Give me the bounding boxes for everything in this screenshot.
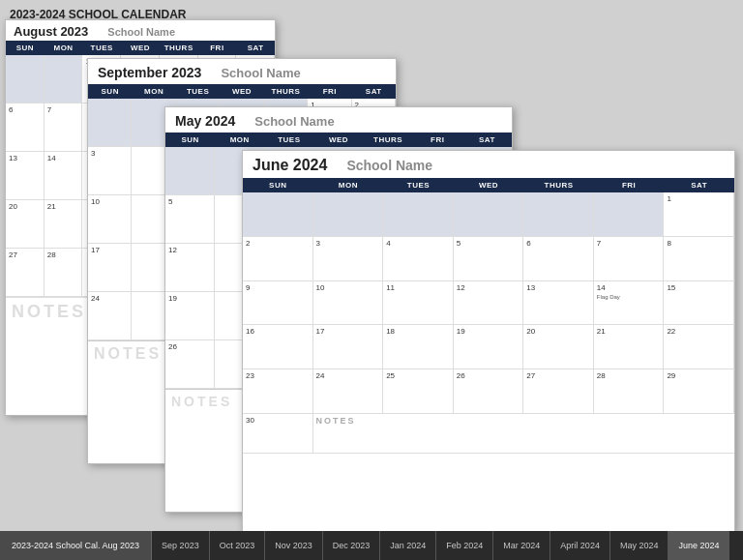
table-row: 21 — [594, 325, 665, 369]
table-row: 27 — [523, 369, 594, 414]
table-row: 20 — [523, 325, 594, 369]
table-row: 10 — [313, 281, 384, 326]
table-row — [594, 192, 665, 237]
table-row: 4 — [383, 237, 454, 281]
sep-header-sun: SUN — [88, 84, 132, 99]
table-row: 9 — [243, 281, 313, 326]
tab-feb-2024[interactable]: Feb 2024 — [436, 531, 493, 560]
sep-notes-big: NOTES — [94, 345, 162, 362]
table-row: 18 — [383, 325, 454, 369]
jun-notes-label: NOTES — [316, 416, 356, 426]
jun-day-headers: SUN MON TUES WED THURS FRI SAT — [243, 178, 734, 192]
table-row: 13 — [523, 281, 594, 326]
table-row: 20 — [6, 200, 45, 249]
table-row: 14Flag Day — [594, 281, 665, 326]
sep-header-wed: WED — [220, 84, 263, 99]
table-row — [88, 99, 132, 147]
table-row: 27 — [6, 249, 45, 297]
sep-header-tue: TUES — [176, 84, 220, 99]
tab-may-2024[interactable]: May 2024 — [610, 531, 669, 560]
tab-apr-2024[interactable]: April 2024 — [550, 531, 610, 560]
table-row: 24 — [88, 292, 132, 340]
table-row: 7 — [594, 237, 665, 281]
table-row: 13 — [6, 152, 45, 200]
may-title: May 2024 — [175, 113, 235, 129]
table-row — [45, 55, 83, 103]
table-row — [523, 192, 594, 237]
aug-header-thu: THURS — [160, 41, 198, 55]
flag-day-event: Flag Day — [597, 294, 620, 300]
table-row: 10 — [88, 195, 132, 244]
page-title: 2023-2024 SCHOOL CALENDAR — [10, 8, 187, 21]
tab-sep-2023[interactable]: Sep 2023 — [152, 531, 210, 560]
sep-title: September 2023 — [98, 65, 201, 80]
table-row: 14 — [45, 152, 83, 200]
table-row: 7 — [45, 103, 83, 152]
table-row: 19 — [454, 325, 524, 369]
table-row — [243, 192, 313, 237]
aug-header-tue: TUES — [82, 41, 121, 55]
table-row: 3 — [88, 147, 132, 195]
aug-header-sun: SUN — [6, 41, 45, 55]
table-row: 15 — [664, 281, 734, 326]
table-row — [383, 192, 454, 237]
table-row: 29 — [664, 369, 734, 414]
aug-notes-big: NOTES — [12, 302, 86, 321]
jun-school-name: School Name — [346, 158, 432, 173]
table-row — [165, 147, 215, 195]
table-row: 24 — [313, 369, 384, 414]
table-row: 25 — [383, 369, 454, 414]
table-row: 1 — [664, 192, 734, 237]
table-row: 21 — [45, 200, 83, 249]
sep-header-sat: SAT — [352, 84, 396, 99]
aug-day-headers: SUN MON TUES WED THURS FRI SAT — [6, 41, 275, 55]
table-row: 28 — [45, 249, 83, 297]
table-row — [313, 192, 384, 237]
jun-notes-cell: NOTES — [313, 414, 734, 454]
table-row — [6, 55, 45, 103]
aug-school-name: School Name — [107, 26, 175, 38]
table-row: 11 — [383, 281, 454, 326]
table-row: 16 — [243, 325, 313, 369]
table-row: 5 — [165, 195, 215, 244]
table-row: 17 — [313, 325, 384, 369]
aug-title: August 2023 — [14, 24, 88, 39]
sep-header-mon: MON — [132, 84, 175, 99]
tab-dec-2023[interactable]: Dec 2023 — [323, 531, 381, 560]
table-row: 26 — [454, 369, 524, 414]
jun-title: June 2024 — [253, 157, 327, 174]
table-row: 22 — [664, 325, 734, 369]
tab-nov-2023[interactable]: Nov 2023 — [265, 531, 323, 560]
table-row: 2 — [243, 237, 313, 281]
tab-bar: 2023-2024 School Cal. Aug 2023 Sep 2023 … — [0, 531, 743, 560]
table-row: 3 — [313, 237, 384, 281]
table-row: 23 — [243, 369, 313, 414]
tab-mar-2024[interactable]: Mar 2024 — [493, 531, 550, 560]
aug-header-sat: SAT — [236, 41, 275, 55]
may-school-name: School Name — [254, 114, 334, 129]
table-row: 6 — [6, 103, 45, 152]
aug-header-mon: MON — [45, 41, 83, 55]
sep-header-thu: THURS — [264, 84, 308, 99]
table-row: 12 — [165, 244, 215, 292]
may-notes-big: NOTES — [171, 394, 232, 409]
sep-day-headers: SUN MON TUES WED THURS FRI SAT — [88, 84, 396, 99]
aug-header-wed: WED — [121, 41, 160, 55]
table-row — [454, 192, 524, 237]
tab-jun-2024[interactable]: June 2024 — [669, 531, 729, 560]
sep-header-fri: FRI — [308, 84, 351, 99]
table-row: 28 — [594, 369, 665, 414]
sep-school-name: School Name — [221, 66, 300, 80]
table-row: 6 — [523, 237, 594, 281]
tab-sheet-title: 2023-2024 School Cal. Aug 2023 — [0, 531, 152, 560]
tab-oct-2023[interactable]: Oct 2023 — [210, 531, 266, 560]
may-day-headers: SUN MON TUES WED THURS FRI SAT — [165, 133, 512, 147]
table-row: 5 — [454, 237, 524, 281]
main-area: 2023-2024 SCHOOL CALENDAR August 2023 Sc… — [0, 0, 743, 531]
tab-jan-2024[interactable]: Jan 2024 — [380, 531, 436, 560]
table-row: 17 — [88, 244, 132, 292]
jun-grid: 1 2 3 4 5 6 7 8 9 10 11 12 13 14Flag Day… — [243, 192, 734, 454]
june-calendar: June 2024 School Name SUN MON TUES WED T… — [242, 150, 735, 531]
table-row: 30 — [243, 414, 313, 454]
aug-header-fri: FRI — [198, 41, 237, 55]
